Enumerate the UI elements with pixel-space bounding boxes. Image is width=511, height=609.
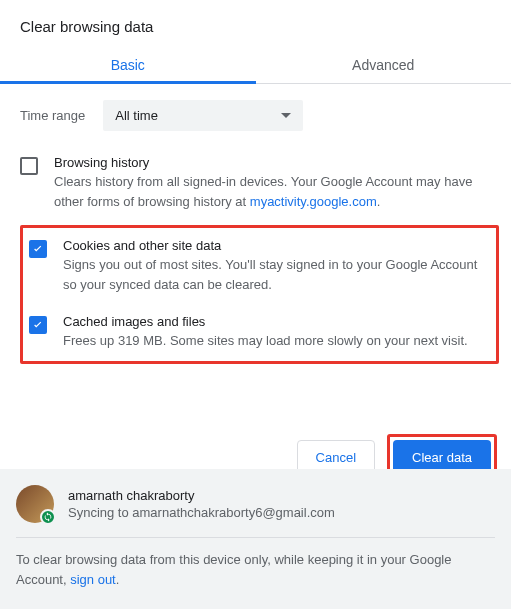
checkbox-cache[interactable] <box>29 316 47 334</box>
highlighted-options: Cookies and other site data Signs you ou… <box>20 225 499 364</box>
chevron-down-icon <box>281 113 291 118</box>
time-range-value: All time <box>115 108 158 123</box>
tab-basic[interactable]: Basic <box>0 45 256 83</box>
option-title: Browsing history <box>54 155 499 170</box>
time-range-select[interactable]: All time <box>103 100 303 131</box>
option-cookies: Cookies and other site data Signs you ou… <box>29 228 490 304</box>
option-desc: Clears history from all signed-in device… <box>54 172 499 211</box>
avatar <box>16 485 54 523</box>
footer: amarnath chakraborty Syncing to amarnath… <box>0 469 511 609</box>
option-cache: Cached images and files Frees up 319 MB.… <box>29 304 490 361</box>
options-list: Browsing history Clears history from all… <box>0 139 511 374</box>
time-range-label: Time range <box>20 108 85 123</box>
account-name: amarnath chakraborty <box>68 488 335 503</box>
tab-bar: Basic Advanced <box>0 45 511 84</box>
checkbox-cookies[interactable] <box>29 240 47 258</box>
sign-out-link[interactable]: sign out <box>70 572 116 587</box>
dialog-title: Clear browsing data <box>0 0 511 45</box>
option-browsing-history: Browsing history Clears history from all… <box>20 145 499 221</box>
option-desc: Frees up 319 MB. Some sites may load mor… <box>63 331 490 351</box>
option-title: Cached images and files <box>63 314 490 329</box>
checkbox-browsing-history[interactable] <box>20 157 38 175</box>
tab-advanced[interactable]: Advanced <box>256 45 512 83</box>
myactivity-link[interactable]: myactivity.google.com <box>250 194 377 209</box>
option-desc: Signs you out of most sites. You'll stay… <box>63 255 490 294</box>
account-sync-status: Syncing to amarnathchakraborty6@gmail.co… <box>68 505 335 520</box>
account-row: amarnath chakraborty Syncing to amarnath… <box>16 485 495 538</box>
time-range-row: Time range All time <box>0 84 511 139</box>
sync-badge-icon <box>40 509 56 525</box>
option-title: Cookies and other site data <box>63 238 490 253</box>
footer-note: To clear browsing data from this device … <box>16 538 495 589</box>
